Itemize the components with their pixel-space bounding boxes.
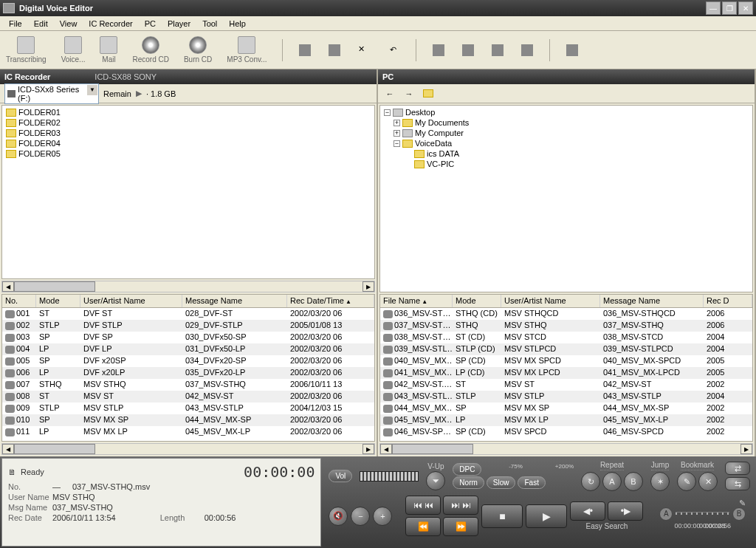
table-row[interactable]: 041_MSV_MX…LP (CD)MSV MX LPCD041_MSV_MX-… [380,367,752,379]
collapse-icon[interactable]: − [394,140,400,147]
vol-up[interactable]: + [373,507,392,526]
marker-b[interactable]: B [732,507,746,521]
table-row[interactable]: 038_MSV-ST…ST (CD)MSV STCD038_MSV-STCD20… [380,332,752,343]
table-row[interactable]: 003SPDVF SP030_DVFx50-SP2002/03/20 06 [2,332,374,343]
tree-hscroll[interactable]: ◀▶ [1,281,375,292]
tool-mail[interactable]: Mail [100,36,117,64]
ic-folder-tree[interactable]: FOLDER01 FOLDER02 FOLDER03 FOLDER04 FOLD… [1,105,375,279]
col-filename[interactable]: File Name▲ [380,295,453,307]
easy-fwd[interactable]: •▶ [608,501,643,521]
tool-delete[interactable]: ✕ [357,43,371,58]
table-row[interactable]: 008STMSV ST042_MSV-ST2002/03/20 06 [2,391,374,403]
menu-player[interactable]: Player [162,18,196,30]
table-row[interactable]: 011LPMSV MX LP045_MSV_MX-LP2002/03/20 06 [2,426,374,438]
table-row[interactable]: 005SPDVF x20SP034_DVFx20-SP2002/03/20 06 [2,355,374,367]
table-row[interactable]: 045_MSV_MX…LPMSV MX LP045_MSV_MX-LP2002 [380,414,752,426]
rewind[interactable]: ⏪ [405,517,441,536]
table-row[interactable]: 002STLPDVF STLP029_DVF-STLP2005/01/08 13 [2,320,374,332]
col-recdate[interactable]: Rec Date/Time▲ [287,295,374,307]
col-mode[interactable]: Mode [453,295,501,307]
jump-button[interactable]: ✶ [650,472,670,491]
table-row[interactable]: 001STDVF ST028_DVF-ST2002/03/20 06 [2,308,374,320]
playback-timeline[interactable]: A B 00:00:00 00:00:28 00:00:56 [659,509,746,524]
ic-table-body[interactable]: 001STDVF ST028_DVF-ST2002/03/20 06002STL… [2,308,374,441]
vup-toggle[interactable]: ⏷ [426,471,445,490]
table-row[interactable]: 007STHQMSV STHQ037_MSV-STHQ2006/10/11 13 [2,379,374,391]
menu-view[interactable]: View [54,18,83,30]
tool-burn-cd[interactable]: Burn CD [184,36,212,64]
tool-mp3-conv[interactable]: MP3 Conv... [227,36,267,64]
tool-voice[interactable]: Voice... [61,36,86,64]
bookmark-add[interactable]: ✎ [677,472,696,491]
table-row[interactable]: 043_MSV-STL…STLPMSV STLP043_MSV-STLP2004 [380,391,752,403]
prev-track[interactable]: ⏮ ⏮ [405,496,441,515]
next-track[interactable]: ⏭ ⏭ [443,496,478,515]
ffwd[interactable]: ⏩ [443,517,478,536]
play-button[interactable]: ▶ [526,504,567,528]
table-row[interactable]: 039_MSV-STL…STLP (CD)MSV STLPCD039_MSV-S… [380,343,752,355]
repeat-b[interactable]: B [624,472,643,491]
menu-file[interactable]: File [3,18,28,30]
minimize-button[interactable]: — [706,1,721,15]
mute-button[interactable]: 🔇 [329,507,348,526]
table-row[interactable]: 010SPMSV MX SP044_MSV_MX-SP2002/03/20 06 [2,414,374,426]
tool-undo[interactable]: ↶ [386,43,401,58]
tool-record-cd[interactable]: Record CD [132,36,168,64]
stop-button[interactable]: ■ [481,504,523,528]
menu-tool[interactable]: Tool [196,18,223,30]
tool-open[interactable] [327,43,342,58]
pc-table-hscroll[interactable]: ◀▶ [379,443,753,455]
collapse-icon[interactable]: − [384,109,391,116]
col-recdate[interactable]: Rec D [704,295,752,307]
pc-folder-tree[interactable]: −Desktop +My Documents +My Computer −Voi… [379,105,753,292]
close-button[interactable]: ✕ [738,1,753,15]
tool-btn-d[interactable] [520,43,535,58]
col-msg[interactable]: Message Name [600,295,704,307]
device-selector[interactable]: ICD-SXx8 Series (F:) [4,83,99,104]
tool-btn-a[interactable] [431,43,446,58]
table-row[interactable]: 046_MSV-SP…SP (CD)MSV SPCD046_MSV-SPCD20… [380,426,752,438]
marker-a[interactable]: A [659,507,673,521]
tool-btn-b[interactable] [461,43,475,58]
menu-edit[interactable]: Edit [28,18,54,30]
col-mode[interactable]: Mode [36,295,80,307]
expand-icon[interactable]: + [394,130,400,137]
link-toggle-b[interactable]: ⇆ [725,477,750,490]
dpc-norm[interactable]: Norm [453,476,484,489]
dpc-slow[interactable]: Slow [487,476,516,489]
nav-back-button[interactable]: ← [382,86,397,101]
maximize-button[interactable]: ❐ [722,1,737,15]
nav-up-button[interactable] [421,86,436,101]
bookmark-clear[interactable]: ✕ [698,472,718,491]
tool-help[interactable] [565,43,580,58]
table-row[interactable]: 036_MSV-ST…STHQ (CD)MSV STHQCD036_MSV-ST… [380,308,752,320]
table-row[interactable]: 037_MSV-ST…STHQMSV STHQ037_MSV-STHQ2006 [380,320,752,332]
col-user[interactable]: User/Artist Name [501,295,600,307]
table-row[interactable]: 040_MSV_MX…SP (CD)MSV MX SPCD040_MSV_MX-… [380,355,752,367]
pc-table-body[interactable]: 036_MSV-ST…STHQ (CD)MSV STHQCD036_MSV-ST… [380,308,752,441]
col-user[interactable]: User/Artist Name [80,295,182,307]
easy-back[interactable]: ◀• [570,501,605,521]
col-no[interactable]: No. [2,295,36,307]
audio-icon [5,369,15,377]
table-row[interactable]: 009STLPMSV STLP043_MSV-STLP2004/12/03 15 [2,403,374,414]
table-row[interactable]: 042_MSV-ST.…STMSV ST042_MSV-ST2002 [380,379,752,391]
tool-new-folder[interactable] [298,43,312,58]
nav-forward-button[interactable]: → [402,86,416,101]
expand-icon[interactable]: + [394,120,400,126]
repeat-one[interactable]: ↻ [581,472,600,491]
col-msg[interactable]: Message Name [182,295,287,307]
link-toggle-a[interactable]: ⇄ [725,462,750,475]
vol-down[interactable]: − [351,507,370,526]
repeat-a[interactable]: A [602,472,622,491]
ic-table-hscroll[interactable]: ◀▶ [1,443,375,455]
tool-btn-c[interactable] [490,43,505,58]
menu-pc[interactable]: PC [139,18,162,30]
table-row[interactable]: 006LPDVF x20LP035_DVFx20-LP2002/03/20 06 [2,367,374,379]
menu-ic-recorder[interactable]: IC Recorder [83,18,138,30]
tool-transcribing[interactable]: Transcribing [6,36,47,64]
table-row[interactable]: 044_MSV_MX…SPMSV MX SP044_MSV_MX-SP2002 [380,403,752,414]
table-row[interactable]: 004LPDVF LP031_DVFx50-LP2002/03/20 06 [2,343,374,355]
menu-help[interactable]: Help [223,18,252,30]
dpc-fast[interactable]: Fast [518,476,545,489]
